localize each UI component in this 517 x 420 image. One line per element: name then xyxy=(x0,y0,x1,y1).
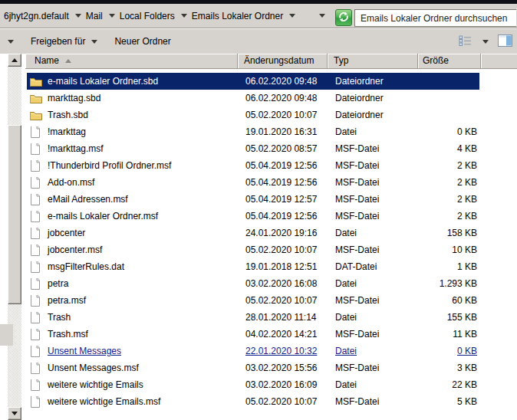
share-with-button[interactable]: Freigeben für xyxy=(31,36,97,47)
file-name-cell: Trash.msf xyxy=(27,329,239,340)
file-icon xyxy=(30,312,42,323)
file-name-cell: markttag.sbd xyxy=(27,93,239,104)
file-date: 05.04.2019 12:56 xyxy=(239,160,329,171)
file-type: MSF-Datei xyxy=(329,244,420,255)
table-row[interactable]: Unsent Messages22.01.2020 10:32Datei0 KB xyxy=(27,343,479,359)
column-header-size[interactable]: Größe xyxy=(418,54,481,69)
column-header-type-label: Typ xyxy=(334,54,348,68)
table-row[interactable]: weitere wichtige Emails.msf05.02.2020 10… xyxy=(27,393,479,410)
file-type: Datei xyxy=(329,126,420,137)
navigation-pane-scrollbar[interactable] xyxy=(8,54,21,420)
refresh-button[interactable] xyxy=(335,9,352,26)
file-icon xyxy=(30,177,42,189)
column-header-name-label: Name xyxy=(35,54,59,68)
chevron-down-icon[interactable] xyxy=(289,14,295,18)
table-row[interactable]: jobcenter.msf05.02.2020 10:07MSF-Datei10… xyxy=(27,241,479,258)
scrollbar-up-button[interactable] xyxy=(8,54,21,67)
column-header-size-label: Größe xyxy=(423,54,449,68)
scrollbar-thumb[interactable] xyxy=(8,125,21,304)
column-header-date[interactable]: Änderungsdatum xyxy=(238,54,328,69)
column-header-name[interactable]: Name xyxy=(25,54,238,69)
arrow-down-icon xyxy=(12,412,18,415)
file-name: Add-on.msf xyxy=(48,177,94,188)
file-rows: e-mails Lokaler Ordner.sbd06.02.2020 09:… xyxy=(25,73,517,410)
file-type: MSF-Datei xyxy=(329,329,420,340)
table-row[interactable]: e-mails Lokaler Ordner.msf05.04.2019 12:… xyxy=(27,208,479,225)
breadcrumb-item[interactable]: Local Folders xyxy=(120,11,175,21)
new-folder-button[interactable]: Neuer Ordner xyxy=(114,36,170,47)
file-size: 2 KB xyxy=(420,194,479,205)
table-row[interactable]: petra.msf05.02.2020 10:07MSF-Datei60 KB xyxy=(27,292,479,309)
breadcrumb-item[interactable]: Mail xyxy=(86,11,103,21)
file-type: DAT-Datei xyxy=(329,261,420,272)
table-row[interactable]: Unsent Messages.msf03.02.2020 15:56MSF-D… xyxy=(27,359,479,376)
file-icon xyxy=(30,278,42,290)
file-list-area: Name Änderungsdatum Typ Größe e-mails Lo… xyxy=(0,54,517,420)
file-name-cell: weitere wichtige Emails.msf xyxy=(27,396,239,408)
file-type: MSF-Datei xyxy=(329,177,420,188)
file-name: Trash xyxy=(48,312,71,323)
preview-pane-button[interactable] xyxy=(498,34,512,49)
file-date: 05.02.2020 10:07 xyxy=(239,396,329,407)
file-name-cell: !markttag.msf xyxy=(27,143,239,155)
table-row[interactable]: Trash28.01.2020 11:14Datei155 KB xyxy=(27,309,479,326)
file-size: 2 KB xyxy=(420,177,479,188)
column-header-row: Name Änderungsdatum Typ Größe xyxy=(25,54,517,69)
file-icon xyxy=(30,346,42,357)
chevron-down-icon[interactable] xyxy=(181,14,187,18)
file-name: eMail Adressen.msf xyxy=(48,194,128,205)
file-type: MSF-Datei xyxy=(329,160,420,171)
table-row[interactable]: Trash.sbd05.02.2020 10:07Dateiordner xyxy=(27,107,479,123)
table-row[interactable]: !markttag.msf05.02.2020 08:57MSF-Datei4 … xyxy=(27,140,479,157)
table-row[interactable]: Trash.msf04.02.2020 14:21MSF-Datei11 KB xyxy=(27,326,479,343)
file-name: markttag.sbd xyxy=(48,93,100,103)
table-row[interactable]: msgFilterRules.dat19.01.2018 12:51DAT-Da… xyxy=(27,258,479,275)
file-date: 05.04.2019 12:57 xyxy=(239,194,329,205)
chevron-down-icon[interactable] xyxy=(75,14,81,18)
file-icon xyxy=(30,396,42,408)
table-row[interactable]: !markttag19.01.2020 16:31Datei0 KB xyxy=(27,123,479,140)
file-date: 24.01.2020 19:16 xyxy=(239,228,329,238)
file-icon xyxy=(30,295,42,307)
table-row[interactable]: e-mails Lokaler Ordner.sbd06.02.2020 09:… xyxy=(27,73,479,90)
scrollbar-down-button[interactable] xyxy=(8,407,21,420)
table-row[interactable]: Add-on.msf05.04.2019 12:56MSF-Datei2 KB xyxy=(27,174,479,191)
table-row[interactable]: eMail Adressen.msf05.04.2019 12:57MSF-Da… xyxy=(27,191,479,208)
chevron-down-icon[interactable] xyxy=(109,14,115,18)
address-history-dropdown-icon[interactable] xyxy=(319,14,325,18)
view-options-dropdown-icon[interactable] xyxy=(482,40,489,44)
column-header-date-label: Änderungsdatum xyxy=(244,54,314,68)
table-row[interactable]: petra03.02.2020 16:08Datei1.293 KB xyxy=(27,275,479,292)
toolbar-overflow-dropdown-icon[interactable] xyxy=(8,40,14,44)
file-name: weitere wichtige Emails xyxy=(48,379,143,390)
file-name-cell: weitere wichtige Emails xyxy=(27,379,239,391)
search-input[interactable] xyxy=(354,9,516,27)
file-size: 2 KB xyxy=(420,211,479,221)
file-date: 03.02.2020 16:08 xyxy=(239,278,329,289)
file-size: 60 KB xyxy=(420,295,479,306)
breadcrumb-item[interactable]: 6jhyt2gn.default xyxy=(4,11,69,21)
file-size: 5 KB xyxy=(420,396,479,407)
file-name: !Thunderbird Profil Ordner.msf xyxy=(48,160,171,171)
table-row[interactable]: !Thunderbird Profil Ordner.msf05.04.2019… xyxy=(27,157,479,174)
file-date: 28.01.2020 11:14 xyxy=(239,312,329,323)
file-name-cell: jobcenter xyxy=(27,228,239,239)
file-icon xyxy=(30,363,42,374)
file-date: 04.02.2020 14:21 xyxy=(239,329,329,340)
table-row[interactable]: jobcenter24.01.2020 19:16Datei158 KB xyxy=(27,225,479,241)
file-name-cell: jobcenter.msf xyxy=(27,244,239,256)
file-type: MSF-Datei xyxy=(329,143,420,154)
file-name: Trash.sbd xyxy=(48,110,88,120)
breadcrumb-item[interactable]: Emails Lokaler Ordner xyxy=(192,11,283,21)
column-header-type[interactable]: Typ xyxy=(328,54,418,69)
file-name: jobcenter.msf xyxy=(48,244,102,255)
file-type: Dateiordner xyxy=(329,110,420,120)
file-name: weitere wichtige Emails.msf xyxy=(48,396,160,407)
change-view-button[interactable] xyxy=(459,35,472,48)
table-row[interactable]: markttag.sbd06.02.2020 09:48Dateiordner xyxy=(27,90,479,107)
file-date: 05.04.2019 12:56 xyxy=(239,211,329,221)
table-row[interactable]: weitere wichtige Emails03.02.2020 16:09D… xyxy=(27,376,479,393)
sort-ascending-icon xyxy=(65,59,71,63)
file-size: 2 KB xyxy=(420,160,479,171)
file-name-cell: !Thunderbird Profil Ordner.msf xyxy=(27,160,239,172)
